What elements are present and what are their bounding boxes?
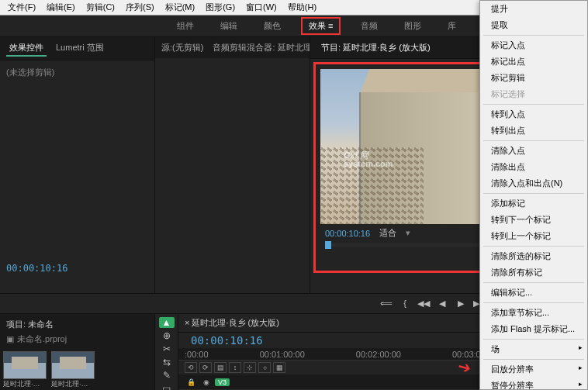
workspace-tab[interactable]: 编辑	[214, 17, 244, 35]
project-panel: 项目: 未命名 ▣ 未命名.prproj 延时北理·良乡(... 4:38:23…	[0, 314, 155, 390]
track-header: 🔒◉V3	[178, 378, 272, 386]
source-monitor-panel: 源:(无剪辑) 音频剪辑混合器: 延时北理·良乡	[155, 37, 310, 293]
workspace-tab[interactable]: 组件	[171, 17, 200, 35]
context-menu-item[interactable]: 标记剪辑	[480, 70, 587, 86]
context-menu-item[interactable]: 添加章节标记...	[480, 305, 587, 321]
thumbnail-label: 延时北理·良乡...	[51, 379, 95, 389]
sequence-title[interactable]: × 延时北理·良乡 (放大版)	[185, 317, 279, 329]
thumbnail-image	[3, 351, 47, 379]
thumbnail-label: 延时北理·良乡(...	[3, 379, 47, 389]
bin-icon[interactable]: ▣	[6, 334, 14, 344]
menu-separator	[483, 140, 584, 141]
menu-separator	[483, 35, 584, 36]
track-toggle-icon[interactable]: 🔒	[185, 378, 198, 386]
timeline-option-button[interactable]: ⊹	[244, 362, 256, 373]
transport-button[interactable]: ◀	[436, 299, 448, 309]
program-tab-title[interactable]: 节目: 延时北理·良乡 (放大版)	[316, 40, 435, 55]
menu-item[interactable]: 标记(M)	[161, 0, 200, 15]
context-menu-item[interactable]: 场	[480, 341, 587, 357]
chevron-down-icon[interactable]: ▾	[406, 228, 410, 238]
tool-button[interactable]: ▲	[159, 317, 175, 328]
context-menu-item: 标记选择	[480, 86, 587, 102]
no-clip-message: (未选择剪辑)	[0, 60, 154, 85]
context-menu-item[interactable]: 标记出点	[480, 53, 587, 70]
left-panel-timecode: 00:00:10:16	[6, 263, 67, 274]
playhead-icon[interactable]	[325, 241, 331, 249]
tool-button[interactable]: ⊕	[159, 330, 175, 341]
context-menu-item[interactable]: 清除入点和出点(N)	[480, 175, 587, 192]
timeline-option-button[interactable]: ⟲	[185, 362, 197, 373]
tool-button[interactable]: ✎	[159, 370, 175, 381]
timeline-option-button[interactable]: ▦	[273, 362, 285, 373]
timeline-option-button[interactable]: ▤	[214, 362, 227, 373]
timeline-option-button[interactable]: ⟐	[258, 362, 271, 373]
menu-item[interactable]: 剪辑(C)	[81, 0, 119, 15]
tool-button[interactable]: ▭	[159, 383, 175, 390]
thumbnail-item[interactable]: 延时北理·良乡...	[51, 351, 95, 390]
timeline-timecode[interactable]: 00:00:10:16	[191, 334, 263, 347]
workspace-tab[interactable]: 颜色	[258, 17, 287, 35]
menu-separator	[483, 193, 584, 194]
context-menu-item[interactable]: 转到出点	[480, 123, 587, 139]
context-menu-item[interactable]: 转到入点	[480, 106, 587, 123]
menu-separator	[483, 104, 584, 105]
context-menu-item[interactable]: 添加标记	[480, 195, 587, 212]
menu-item[interactable]: 文件(F)	[3, 0, 40, 15]
workspace-tab[interactable]: 音频	[355, 17, 384, 35]
source-panel-tabs: 源:(无剪辑) 音频剪辑混合器: 延时北理·良乡	[155, 37, 310, 58]
transport-button[interactable]: ⟸	[380, 299, 393, 309]
context-menu-item[interactable]: 标记入点	[480, 37, 587, 53]
ruler-tick: 00:02:00:00	[356, 350, 401, 358]
ruler-tick: :00:00	[185, 350, 209, 358]
context-menu-item[interactable]: 编辑标记...	[480, 285, 587, 301]
timeline-option-button[interactable]: ⟳	[199, 362, 212, 373]
ruler-tick: 00:01:00:00	[260, 350, 305, 358]
effects-control-panel: 效果控件 Lumetri 范围 (未选择剪辑)	[0, 37, 155, 293]
menu-separator	[483, 359, 584, 360]
context-menu-item[interactable]: 清除入点	[480, 143, 587, 159]
menu-item[interactable]: 帮助(H)	[283, 0, 321, 15]
transport-button[interactable]: ▶	[455, 299, 467, 309]
context-menu-item[interactable]: 转到上一个标记	[480, 228, 587, 244]
context-menu-item[interactable]: 回放分辨率	[480, 361, 587, 378]
source-tab[interactable]: 源:(无剪辑)	[158, 40, 206, 55]
project-thumbnails: 延时北理·良乡(... 4:38:23 延时北理·良乡...	[3, 351, 151, 390]
workspace-tab[interactable]: 效果 ≡	[301, 17, 341, 35]
menu-item[interactable]: 序列(S)	[121, 0, 159, 15]
trees-graphic	[320, 147, 424, 224]
context-menu-item[interactable]: 清除出点	[480, 159, 587, 175]
timeline-option-button[interactable]: ↕	[229, 362, 241, 373]
tool-button[interactable]: ⇆	[159, 357, 175, 368]
workspace-tab[interactable]: 图形	[398, 17, 427, 35]
transport-button[interactable]: {	[399, 299, 411, 309]
tab-effects-controls[interactable]: 效果控件	[6, 40, 47, 57]
workspace-tab[interactable]: 库	[441, 17, 462, 35]
context-menu-item[interactable]: 提升	[480, 1, 587, 17]
menu-separator	[483, 282, 584, 283]
context-menu-item[interactable]: 暂停分辨率	[480, 378, 587, 390]
thumbnail-item[interactable]: 延时北理·良乡(... 4:38:23	[3, 351, 47, 390]
context-menu-item[interactable]: 转到下一个标记	[480, 212, 587, 228]
project-title: 项目: 未命名	[3, 317, 151, 332]
zoom-fit-dropdown[interactable]: 适合	[379, 227, 396, 239]
tab-lumetri-scopes[interactable]: Lumetri 范围	[53, 40, 107, 57]
context-menu-item[interactable]: 提取	[480, 17, 587, 33]
tool-button[interactable]: ✂	[159, 343, 175, 354]
menu-item[interactable]: 编辑(E)	[42, 0, 80, 15]
menu-item[interactable]: 图形(G)	[201, 0, 240, 15]
project-file-row: ▣ 未命名.prproj	[3, 332, 151, 347]
menu-separator	[483, 302, 584, 303]
track-label[interactable]: V3	[215, 378, 230, 386]
context-menu: 提升提取标记入点标记出点标记剪辑标记选择转到入点转到出点清除入点清除出点清除入点…	[479, 0, 588, 390]
audio-mixer-tab[interactable]: 音频剪辑混合器: 延时北理·良乡	[209, 40, 310, 55]
project-filename: 未命名.prproj	[17, 333, 67, 345]
menu-item[interactable]: 窗口(W)	[241, 0, 282, 15]
thumbnail-image	[51, 351, 95, 379]
left-panel-tabs: 效果控件 Lumetri 范围	[0, 37, 154, 60]
context-menu-item[interactable]: 清除所选的标记	[480, 248, 587, 264]
track-toggle-icon[interactable]: ◉	[201, 378, 212, 386]
context-menu-item[interactable]: 清除所有标记	[480, 264, 587, 281]
context-menu-item[interactable]: 添加 Flash 提示标记...	[480, 321, 587, 337]
transport-button[interactable]: ◀◀	[417, 299, 430, 309]
program-timecode[interactable]: 00:00:10:16	[325, 229, 370, 238]
